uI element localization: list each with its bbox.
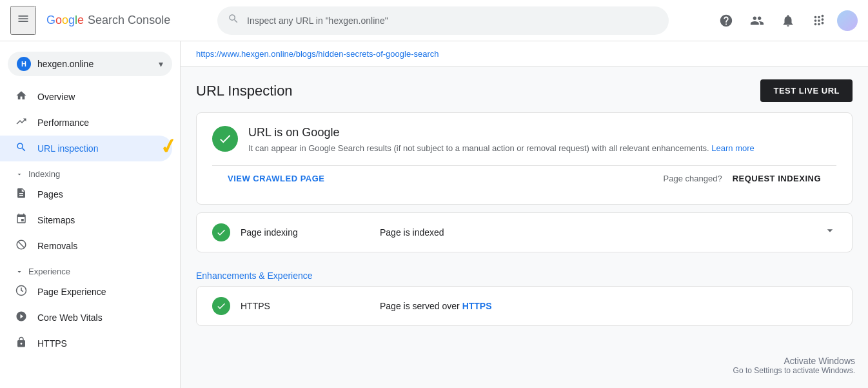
sidebar-label-overview: Overview xyxy=(37,92,75,102)
breadcrumb-bar: https://www.hexgen.online/blogs/hidden-s… xyxy=(181,41,868,66)
sitemaps-icon xyxy=(15,213,27,228)
sidebar-item-sitemaps[interactable]: Sitemaps xyxy=(0,207,172,233)
page-header: URL Inspection TEST LIVE URL xyxy=(181,66,868,112)
test-live-url-button[interactable]: TEST LIVE URL xyxy=(760,79,853,102)
removals-icon xyxy=(15,239,27,254)
sidebar-label-performance: Performance xyxy=(37,117,89,128)
home-icon xyxy=(15,90,27,105)
https-nav-icon xyxy=(15,336,27,351)
core-web-vitals-icon xyxy=(15,311,27,325)
checkmark-decoration: ✓ xyxy=(158,135,179,158)
page-title: URL Inspection xyxy=(196,83,293,99)
https-row[interactable]: HTTPS Page is served over HTTPS xyxy=(197,287,852,325)
user-avatar[interactable] xyxy=(837,10,858,31)
card-actions: VIEW CRAWLED PAGE Page changed? REQUEST … xyxy=(212,165,836,191)
sidebar-label-page-experience: Page Experience xyxy=(37,287,106,297)
notifications-button[interactable] xyxy=(775,8,801,34)
indexing-check-icon xyxy=(212,223,230,241)
https-card: HTTPS Page is served over HTTPS xyxy=(196,286,853,326)
sidebar-label-url-inspection: URL inspection xyxy=(37,143,98,154)
status-header: URL is on Google It can appear in Google… xyxy=(212,126,836,155)
property-name: hexgen.online xyxy=(37,59,152,69)
experience-section-label: Experience xyxy=(28,267,70,276)
activate-windows-title: Activate Windows xyxy=(733,356,855,366)
people-button[interactable] xyxy=(744,8,770,34)
sidebar-item-page-experience[interactable]: Page Experience xyxy=(0,279,172,305)
status-check-icon xyxy=(212,126,238,152)
sidebar-label-removals: Removals xyxy=(37,241,77,251)
search-icon-nav xyxy=(15,141,27,156)
view-crawled-page-link[interactable]: VIEW CRAWLED PAGE xyxy=(228,174,325,183)
https-row-label: HTTPS xyxy=(241,301,370,311)
learn-more-link[interactable]: Learn more xyxy=(711,143,754,153)
indexing-card: Page indexing Page is indexed xyxy=(196,212,853,252)
pages-icon xyxy=(15,187,27,202)
status-card: URL is on Google It can appear in Google… xyxy=(196,112,853,205)
header-left: Google Search Console xyxy=(10,6,207,35)
indexing-row[interactable]: Page indexing Page is indexed xyxy=(197,213,852,252)
page-changed-text: Page changed? xyxy=(664,174,722,183)
expand-icon[interactable] xyxy=(824,224,836,240)
sidebar-label-https: HTTPS xyxy=(37,338,67,349)
indexing-value: Page is indexed xyxy=(380,227,813,238)
header-actions xyxy=(713,8,858,34)
activate-windows-overlay: Activate Windows Go to Settings to activ… xyxy=(733,356,855,375)
help-button[interactable] xyxy=(713,8,739,34)
search-icon xyxy=(228,13,239,28)
experience-section-header[interactable]: Experience xyxy=(0,259,180,279)
menu-icon[interactable] xyxy=(10,6,36,35)
status-text-block: URL is on Google It can appear in Google… xyxy=(248,126,755,155)
app-logo: Google Search Console xyxy=(46,14,170,27)
status-title: URL is on Google xyxy=(248,126,755,139)
breadcrumb-url[interactable]: https://www.hexgen.online/blogs/hidden-s… xyxy=(196,49,439,59)
app-header: Google Search Console Inspect any URL in… xyxy=(0,0,868,41)
sidebar: H hexgen.online ▾ Overview Performance U… xyxy=(0,41,181,388)
property-selector[interactable]: H hexgen.online ▾ xyxy=(8,52,172,76)
logo-google: Google xyxy=(46,14,84,27)
indexing-label: Page indexing xyxy=(241,227,370,238)
sidebar-item-performance[interactable]: Performance xyxy=(0,110,172,136)
property-chevron-icon: ▾ xyxy=(159,59,163,69)
status-description: It can appear in Google Search results (… xyxy=(248,142,755,155)
https-row-value: Page is served over HTTPS xyxy=(380,301,836,311)
action-right: Page changed? REQUEST INDEXING xyxy=(664,174,821,183)
indexing-section-header[interactable]: Indexing xyxy=(0,161,180,181)
main-content: https://www.hexgen.online/blogs/hidden-s… xyxy=(181,41,868,388)
sidebar-item-pages[interactable]: Pages xyxy=(0,181,172,207)
performance-icon xyxy=(15,116,27,130)
apps-button[interactable] xyxy=(806,8,832,34)
sidebar-label-pages: Pages xyxy=(37,189,63,199)
content-area: URL is on Google It can appear in Google… xyxy=(181,112,868,349)
property-icon: H xyxy=(17,57,31,71)
indexing-section-label: Indexing xyxy=(28,169,60,179)
page-experience-icon xyxy=(15,285,27,300)
enhancements-title: Enhancements & Experience xyxy=(196,260,853,286)
request-indexing-link[interactable]: REQUEST INDEXING xyxy=(733,174,821,183)
sidebar-label-core-web-vitals: Core Web Vitals xyxy=(37,312,103,323)
logo-app-name: Search Console xyxy=(88,14,170,27)
sidebar-item-removals[interactable]: Removals xyxy=(0,233,172,259)
sidebar-item-overview[interactable]: Overview xyxy=(0,84,172,110)
search-placeholder: Inspect any URL in "hexgen.online" xyxy=(247,15,388,26)
sidebar-item-url-inspection[interactable]: URL inspection ✓ xyxy=(0,136,172,161)
search-bar[interactable]: Inspect any URL in "hexgen.online" xyxy=(217,6,669,35)
sidebar-item-core-web-vitals[interactable]: Core Web Vitals xyxy=(0,305,172,331)
activate-windows-desc: Go to Settings to activate Windows. xyxy=(733,366,855,375)
sidebar-label-sitemaps: Sitemaps xyxy=(37,215,75,225)
sidebar-item-https[interactable]: HTTPS xyxy=(0,331,172,356)
app-body: H hexgen.online ▾ Overview Performance U… xyxy=(0,41,868,388)
https-check-icon xyxy=(212,297,230,315)
